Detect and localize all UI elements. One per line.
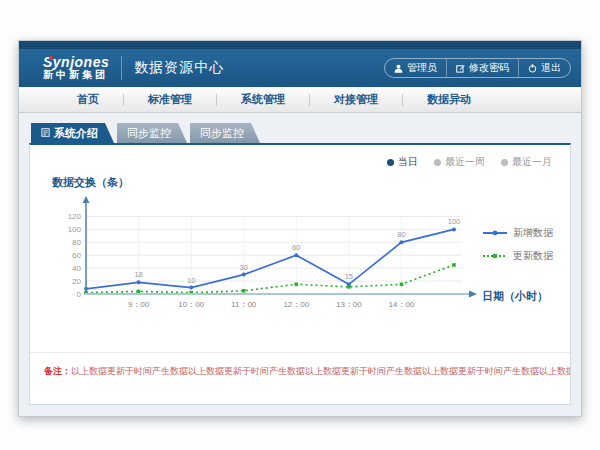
radio-label: 最近一周 [445, 155, 485, 169]
legend-line-sample [482, 252, 508, 260]
svg-text:18: 18 [134, 270, 142, 279]
radio-last-month[interactable]: 最近一月 [501, 155, 552, 169]
content-area: 系统介绍 同步监控 同步监控 当日 最近一周 [19, 113, 581, 418]
window-top-strip [19, 41, 581, 49]
svg-text:80: 80 [397, 230, 405, 239]
svg-text:120: 120 [68, 212, 82, 221]
header-actions: 管理员 修改密码 退出 [384, 58, 571, 78]
user-label: 管理员 [407, 61, 437, 75]
svg-text:10：00: 10：00 [178, 300, 204, 309]
nav-item-data-change[interactable]: 数据异动 [403, 92, 495, 107]
radio-dot [387, 159, 394, 166]
legend-line-sample [482, 229, 508, 237]
tab-sync-monitor-1[interactable]: 同步监控 [117, 123, 187, 143]
power-icon [528, 64, 537, 73]
chart-side-column: 新增数据 更新数据 日期（小时） [482, 192, 568, 318]
nav-item-home[interactable]: 首页 [53, 92, 123, 107]
nav-item-interface-management[interactable]: 对接管理 [310, 92, 402, 107]
tab-sync-monitor-2[interactable]: 同步监控 [190, 123, 260, 143]
svg-text:100: 100 [68, 225, 82, 234]
app-header: Synjones 新中新集团 数据资源中心 管理员 修改密码 [19, 49, 581, 87]
chart-panel: 当日 最近一周 最近一月 数据交换（条） 0204060801001209：00… [29, 143, 571, 405]
svg-text:60: 60 [292, 243, 300, 252]
svg-text:20: 20 [72, 277, 81, 286]
brand-logo: Synjones 新中新集团 [29, 55, 109, 80]
tab-label: 同步监控 [127, 123, 171, 143]
logout-label: 退出 [541, 61, 561, 75]
logout-button[interactable]: 退出 [518, 59, 570, 77]
time-range-filter: 当日 最近一周 最近一月 [387, 155, 552, 169]
tab-label: 同步监控 [200, 123, 244, 143]
change-password-label: 修改密码 [469, 61, 509, 75]
page-title: 数据资源中心 [134, 59, 224, 77]
radio-dot [434, 159, 441, 166]
radio-last-week[interactable]: 最近一周 [434, 155, 485, 169]
desktop-background: Synjones 新中新集团 数据资源中心 管理员 修改密码 [0, 0, 600, 450]
radio-today[interactable]: 当日 [387, 155, 418, 169]
nav-item-system-management[interactable]: 系统管理 [217, 92, 309, 107]
tab-bar: 系统介绍 同步监控 同步监控 [31, 123, 571, 143]
chart-legend: 新增数据 更新数据 [482, 226, 568, 263]
user-icon [394, 64, 403, 73]
main-nav: 首页 标准管理 系统管理 对接管理 数据异动 [19, 87, 581, 113]
header-divider [121, 56, 122, 80]
logo-subtext: 新中新集团 [43, 70, 109, 81]
x-axis-title: 日期（小时） [482, 289, 568, 304]
legend-item-update-data[interactable]: 更新数据 [482, 249, 568, 263]
svg-text:9：00: 9：00 [128, 300, 150, 309]
svg-text:11：00: 11：00 [231, 300, 257, 309]
change-password-button[interactable]: 修改密码 [446, 59, 518, 77]
svg-text:14：00: 14：00 [389, 300, 415, 309]
footnote-text: 以上数据更新于时间产生数据以上数据更新于时间产生数据以上数据更新于时间产生数据以… [71, 366, 570, 376]
svg-text:30: 30 [240, 263, 248, 272]
legend-label: 更新数据 [513, 249, 553, 263]
svg-text:13：00: 13：00 [336, 300, 362, 309]
svg-text:0: 0 [77, 290, 82, 299]
svg-text:60: 60 [72, 251, 81, 260]
legend-item-new-data[interactable]: 新增数据 [482, 226, 568, 240]
svg-text:12：00: 12：00 [283, 300, 309, 309]
legend-label: 新增数据 [513, 226, 553, 240]
app-window: Synjones 新中新集团 数据资源中心 管理员 修改密码 [18, 40, 582, 417]
svg-text:100: 100 [448, 217, 461, 226]
line-chart: 0204060801001209：0010：0011：0012：0013：001… [50, 192, 482, 318]
footnote-label: 备注： [44, 366, 71, 376]
radio-dot [501, 159, 508, 166]
svg-text:15: 15 [345, 272, 353, 281]
radio-label: 当日 [398, 155, 418, 169]
chart-area: 数据交换（条） 0204060801001209：0010：0011：0012：… [30, 145, 570, 318]
footnote: 备注：以上数据更新于时间产生数据以上数据更新于时间产生数据以上数据更新于时间产生… [30, 352, 570, 404]
tab-system-intro[interactable]: 系统介绍 [31, 123, 114, 143]
tab-label: 系统介绍 [54, 123, 98, 143]
y-axis-title: 数据交换（条） [52, 175, 570, 190]
nav-item-standard-management[interactable]: 标准管理 [124, 92, 216, 107]
document-icon [41, 123, 50, 143]
radio-label: 最近一月 [512, 155, 552, 169]
svg-text:40: 40 [72, 264, 81, 273]
svg-text:10: 10 [187, 276, 195, 285]
user-button[interactable]: 管理员 [385, 59, 446, 77]
svg-text:80: 80 [72, 238, 81, 247]
edit-icon [456, 64, 465, 73]
